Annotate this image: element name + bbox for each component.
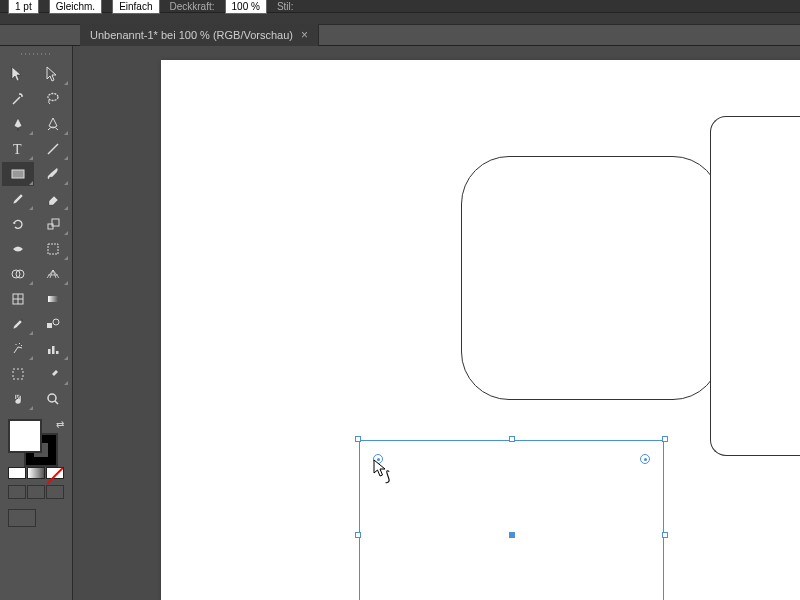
workspace: T ⇄ [0,46,800,600]
options-bar: 1 pt Gleichm. Einfach Deckkraft: 100 % S… [0,0,800,12]
color-mode-color[interactable] [8,467,26,479]
opacity-input[interactable]: 100 % [225,0,267,14]
gradient-tool[interactable] [37,287,69,311]
stroke-weight-input[interactable]: 1 pt [8,0,39,14]
svg-rect-10 [48,296,58,302]
hand-tool[interactable] [2,387,34,411]
screen-mode-button[interactable] [8,509,36,527]
fill-stroke-swatches: ⇄ [2,417,70,465]
close-tab-icon[interactable]: × [301,28,308,42]
app-menu-bar [0,12,800,24]
color-mode-none[interactable] [46,467,64,479]
resize-handle-tr[interactable] [662,436,668,442]
svg-text:T: T [13,142,22,157]
resize-handle-ml[interactable] [355,532,361,538]
screen-mode-row [2,481,70,503]
rounded-rectangle-shape[interactable] [461,156,721,400]
line-segment-tool[interactable] [37,137,69,161]
draw-behind[interactable] [27,485,45,499]
svg-rect-13 [48,349,51,354]
selection-bounds [359,440,664,600]
svg-point-12 [53,319,59,325]
svg-line-2 [48,144,58,154]
magic-wand-tool[interactable] [2,87,34,111]
shape-builder-tool[interactable] [2,262,34,286]
live-corner-widget-tl[interactable] [373,454,383,464]
symbol-sprayer-tool[interactable] [2,337,34,361]
opacity-label: Deckkraft: [170,1,215,12]
draw-normal[interactable] [8,485,26,499]
resize-handle-mr[interactable] [662,532,668,538]
width-tool[interactable] [2,237,34,261]
panel-grip[interactable] [2,50,70,58]
eraser-tool[interactable] [37,187,69,211]
canvas-area[interactable]: ⟆ [73,46,800,600]
lasso-tool[interactable] [37,87,69,111]
tools-panel: T ⇄ [0,46,73,600]
direct-selection-tool[interactable] [37,62,69,86]
document-tab-bar: Unbenannt-1* bei 100 % (RGB/Vorschau) × [0,24,800,46]
svg-point-0 [48,94,58,101]
type-tool[interactable]: T [2,137,34,161]
free-transform-tool[interactable] [37,237,69,261]
color-mode-row [2,465,70,481]
selected-rectangle[interactable] [359,440,664,600]
pen-tool[interactable] [2,112,34,136]
brush-def[interactable]: Einfach [112,0,159,14]
curvature-tool[interactable] [37,112,69,136]
scale-tool[interactable] [37,212,69,236]
stroke-profile[interactable]: Gleichm. [49,0,102,14]
style-label: Stil: [277,1,294,12]
svg-point-17 [48,394,56,402]
svg-rect-16 [13,369,23,379]
resize-handle-tm[interactable] [509,436,515,442]
perspective-grid-tool[interactable] [37,262,69,286]
svg-rect-15 [56,351,59,354]
pencil-tool[interactable] [2,187,34,211]
fill-swatch[interactable] [8,419,42,453]
document-tab[interactable]: Unbenannt-1* bei 100 % (RGB/Vorschau) × [80,24,319,46]
paintbrush-tool[interactable] [37,162,69,186]
svg-rect-3 [12,170,24,178]
mesh-tool[interactable] [2,287,34,311]
center-point[interactable] [509,532,515,538]
column-graph-tool[interactable] [37,337,69,361]
rounded-rectangle-shape-2[interactable] [710,116,800,456]
document-tab-title: Unbenannt-1* bei 100 % (RGB/Vorschau) [90,29,293,41]
rectangle-tool[interactable] [2,162,34,186]
color-mode-gradient[interactable] [27,467,45,479]
draw-inside[interactable] [46,485,64,499]
svg-rect-6 [48,244,58,254]
tool-grid: T [2,62,70,411]
selection-tool[interactable] [2,62,34,86]
artboard-tool[interactable] [2,362,34,386]
screen-mode [2,507,70,529]
svg-line-18 [55,401,58,404]
resize-handle-tl[interactable] [355,436,361,442]
slice-tool[interactable] [37,362,69,386]
eyedropper-tool[interactable] [2,312,34,336]
zoom-tool[interactable] [37,387,69,411]
svg-rect-11 [47,323,52,328]
live-corner-widget-tr[interactable] [640,454,650,464]
rotate-tool[interactable] [2,212,34,236]
swap-fill-stroke-icon[interactable]: ⇄ [56,419,64,430]
svg-rect-14 [52,346,55,354]
blend-tool[interactable] [37,312,69,336]
